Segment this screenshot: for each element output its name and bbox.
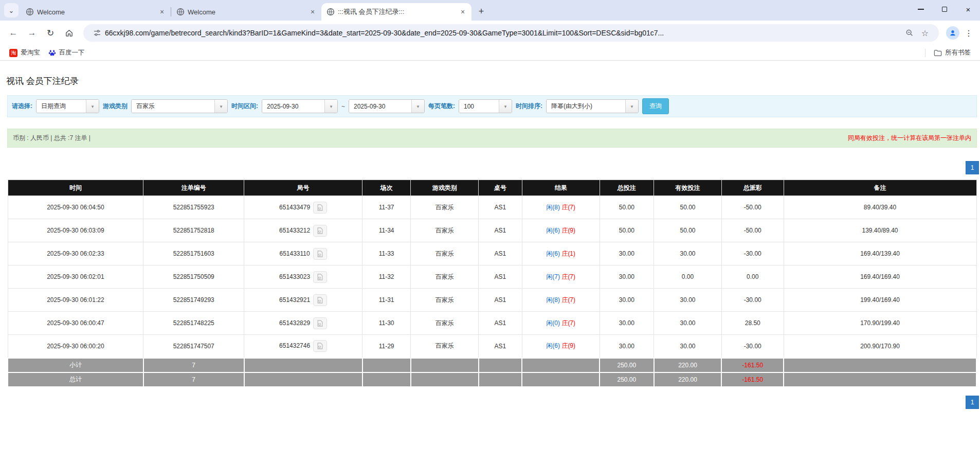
- cell-valid-bet: 30.00: [654, 242, 722, 265]
- per-page-select[interactable]: ▾: [459, 99, 512, 113]
- cell-game-type: 百家乐: [411, 265, 479, 289]
- back-button[interactable]: ←: [5, 25, 22, 41]
- cell-session: 11-32: [362, 265, 411, 289]
- cell-game-type: 百家乐: [411, 312, 479, 335]
- cell-total-bet[interactable]: 30.00: [600, 265, 654, 289]
- bookmark-baidu[interactable]: 百度一下: [44, 47, 89, 59]
- video-replay-button[interactable]: [313, 340, 327, 352]
- col-result: 结果: [522, 180, 600, 196]
- home-button[interactable]: [61, 25, 77, 41]
- tab-close-icon[interactable]: ×: [308, 7, 317, 16]
- tab-welcome-1[interactable]: Welcome ×: [21, 3, 171, 21]
- window-minimize-button[interactable]: [909, 0, 933, 19]
- video-replay-button[interactable]: [313, 202, 327, 213]
- date-range-label: 时间区间:: [231, 102, 258, 111]
- col-payout: 总派彩: [721, 180, 784, 196]
- date-end-picker[interactable]: ▾: [349, 99, 425, 113]
- date-start-picker[interactable]: ▾: [262, 99, 338, 113]
- game-type-label: 游戏类别: [103, 102, 128, 111]
- bookmark-star-icon[interactable]: ☆: [919, 27, 931, 39]
- window-restore-button[interactable]: [933, 0, 956, 19]
- date-range-tilde: ~: [341, 103, 345, 110]
- round-number: 651432829: [279, 319, 310, 326]
- baidu-paw-icon: [48, 49, 56, 57]
- total-label: 总计: [8, 372, 143, 387]
- page-title: 视讯 会员下注纪录: [6, 75, 980, 87]
- result-player: 闲(8): [546, 296, 560, 304]
- tab-close-icon[interactable]: ×: [458, 7, 467, 16]
- chevron-down-icon[interactable]: ▾: [499, 100, 512, 113]
- tab-welcome-2[interactable]: Welcome ×: [171, 3, 321, 21]
- cell-time: 2025-09-30 06:02:01: [8, 265, 143, 289]
- chevron-down-icon[interactable]: ▾: [214, 100, 227, 113]
- date-end-input[interactable]: [349, 100, 411, 113]
- query-type-select[interactable]: 日期查询 ▾: [36, 99, 99, 113]
- cell-total-bet[interactable]: 30.00: [600, 335, 654, 358]
- cell-time: 2025-09-30 06:00:20: [8, 335, 143, 358]
- tab-bet-records[interactable]: :::视讯 会员下注纪录::: ×: [321, 3, 471, 21]
- video-replay-button[interactable]: [313, 248, 327, 260]
- chevron-down-icon: ⌄: [9, 7, 14, 14]
- chevron-down-icon[interactable]: ▾: [86, 100, 99, 113]
- col-bet-id: 注单编号: [143, 180, 244, 196]
- date-start-input[interactable]: [262, 100, 324, 113]
- cell-total-bet[interactable]: 30.00: [600, 312, 654, 335]
- round-number: 651433212: [279, 226, 310, 234]
- chevron-down-icon[interactable]: ▾: [411, 100, 424, 113]
- cell-session: 11-33: [362, 242, 411, 265]
- filter-bar: 请选择: 日期查询 ▾ 游戏类别 百家乐 ▾ 时间区间: ▾ ~ ▾ 每页笔数:…: [7, 95, 977, 117]
- cell-round: 651433212: [244, 219, 362, 242]
- page-1-button[interactable]: 1: [966, 161, 979, 174]
- window-controls: ×: [909, 0, 980, 19]
- cell-total-bet[interactable]: 30.00: [600, 289, 654, 312]
- video-replay-button[interactable]: [313, 294, 327, 306]
- reload-button[interactable]: ↻: [42, 25, 59, 41]
- cell-total-bet[interactable]: 30.00: [600, 242, 654, 265]
- sort-select[interactable]: 降幂(由大到小) ▾: [546, 99, 639, 113]
- zoom-out-icon[interactable]: [904, 27, 915, 39]
- result-player: 闲(6): [546, 227, 560, 234]
- search-button[interactable]: 查询: [642, 98, 669, 114]
- cell-time: 2025-09-30 06:02:33: [8, 242, 143, 265]
- cell-session: 11-29: [362, 335, 411, 358]
- video-replay-button[interactable]: [313, 225, 327, 237]
- game-type-select[interactable]: 百家乐 ▾: [131, 99, 228, 113]
- empty-cell: [522, 358, 600, 372]
- round-number: 651433479: [279, 203, 310, 210]
- per-page-input[interactable]: [459, 100, 499, 113]
- tab-close-icon[interactable]: ×: [157, 7, 167, 16]
- cell-table: AS1: [479, 265, 522, 289]
- site-settings-icon[interactable]: [92, 27, 103, 39]
- cell-table: AS1: [479, 312, 522, 335]
- cell-valid-bet: 30.00: [654, 289, 722, 312]
- tab-search-button[interactable]: ⌄: [4, 3, 19, 17]
- all-bookmarks-button[interactable]: 所有书签: [930, 47, 975, 59]
- forward-button[interactable]: →: [24, 25, 40, 41]
- cell-total-bet[interactable]: 50.00: [600, 219, 654, 242]
- select-type-label: 请选择:: [12, 102, 32, 111]
- bookmark-aitaobao[interactable]: 淘 爱淘宝: [5, 47, 44, 59]
- video-replay-button[interactable]: [313, 271, 327, 283]
- page-1-button[interactable]: 1: [966, 396, 979, 409]
- video-replay-button[interactable]: [313, 317, 327, 329]
- window-close-button[interactable]: ×: [956, 0, 980, 19]
- browser-toolbar: ← → ↻ 66cxkj98.com/game/betrecord_search…: [0, 21, 980, 45]
- cell-bet-id: 522851749293: [143, 289, 244, 312]
- records-table: 时间 注单编号 局号 场次 游戏类别 桌号 结果 总投注 有效投注 总派彩 备注…: [7, 180, 977, 387]
- url-text[interactable]: 66cxkj98.com/game/betrecord_search/kind3…: [105, 29, 902, 37]
- profile-avatar[interactable]: [946, 26, 959, 40]
- cell-time: 2025-09-30 06:03:09: [8, 219, 143, 242]
- address-bar[interactable]: 66cxkj98.com/game/betrecord_search/kind3…: [83, 24, 939, 42]
- sort-value: 降幂(由大到小): [547, 100, 625, 113]
- cell-game-type: 百家乐: [411, 289, 479, 312]
- empty-cell: [522, 372, 600, 387]
- cell-game-type: 百家乐: [411, 335, 479, 358]
- new-tab-button[interactable]: +: [475, 5, 488, 18]
- cell-total-bet[interactable]: 50.00: [600, 196, 654, 219]
- empty-cell: [411, 372, 479, 387]
- chevron-down-icon[interactable]: ▾: [625, 100, 638, 113]
- cell-note: 169.40/169.40: [784, 265, 976, 289]
- chevron-down-icon[interactable]: ▾: [324, 100, 337, 113]
- browser-menu-button[interactable]: ⋮: [963, 28, 975, 38]
- bookmarks-divider: [925, 49, 925, 57]
